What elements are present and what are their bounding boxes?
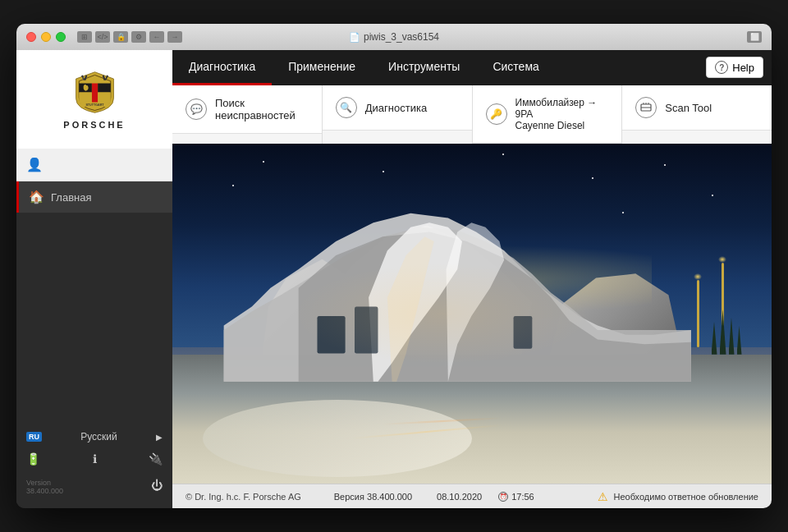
dropdown-item-immobilizer[interactable]: 🔑 Иммобилайзер → 9PA Cayenne Diesel <box>473 85 622 144</box>
help-question-icon: ? <box>715 61 728 74</box>
application-window: ⊞ </> 🔒 ⚙ ← → 📄 piwis_3_vas6154 ⬜ <box>16 24 772 508</box>
window-controls <box>26 32 66 42</box>
hero-image <box>172 144 772 484</box>
clock-icon: ⏰ <box>498 492 508 502</box>
dropdown-col-system: Scan Tool <box>622 85 772 144</box>
star-1 <box>263 161 264 163</box>
code-icon[interactable]: </> <box>95 31 110 43</box>
info-icon[interactable]: ℹ <box>93 452 97 466</box>
street-light-2 <box>697 280 699 348</box>
date-text: 08.10.2020 <box>437 492 482 502</box>
flag-icon: RU <box>26 432 42 442</box>
sidebar-user-row: 👤 <box>16 149 172 181</box>
right-panel: ? Help Диагностика Применение Инструмент… <box>172 50 772 508</box>
status-bar: © Dr. Ing. h.c. F. Porsche AG Версия 38.… <box>172 484 772 508</box>
roundabout <box>203 400 473 477</box>
svg-rect-0 <box>91 83 97 103</box>
sidebar: STUTTGART PORSCHE 👤 🏠 Главная RU Русский <box>16 50 172 508</box>
search-icon: 🔍 <box>336 97 357 118</box>
title-bar-right: ⬜ <box>747 31 762 43</box>
minimize-button[interactable] <box>41 32 51 42</box>
forward-icon[interactable]: → <box>167 31 182 43</box>
update-notification[interactable]: ⚠ Необходимо ответное обновление <box>598 490 758 503</box>
sidebar-power-row: Version 38.400.000 ⏻ <box>26 470 163 500</box>
sidebar-bottom: RU Русский ▶ 🔋 ℹ 🔌 Version 38.400.000 ⏻ <box>16 418 172 508</box>
menu-item-system[interactable]: Система <box>476 50 555 85</box>
star-7 <box>232 185 234 186</box>
battery-settings-icon[interactable]: 🔌 <box>149 452 163 466</box>
tree-3 <box>729 318 735 355</box>
key-icon: 🔑 <box>486 103 507 125</box>
home-icon: 🏠 <box>29 190 44 204</box>
language-label: Русский <box>80 431 117 443</box>
menu-bar: Диагностика Применение Инструменты Систе… <box>172 50 772 85</box>
logo-area: STUTTGART PORSCHE <box>16 50 172 149</box>
window-title: 📄 piwis_3_vas6154 <box>349 31 439 43</box>
grid-icon[interactable]: ⊞ <box>77 31 92 43</box>
star-5 <box>664 164 666 166</box>
svg-text:STUTTGART: STUTTGART <box>85 103 104 107</box>
menu-item-tools[interactable]: Инструменты <box>372 50 476 85</box>
arrow-icon: ▶ <box>156 433 163 442</box>
star-2 <box>383 171 384 172</box>
hero-area <box>172 144 772 484</box>
lock-icon[interactable]: 🔒 <box>113 31 128 43</box>
version-text: Версия 38.400.000 <box>334 492 412 502</box>
sidebar-navigation: 🏠 Главная <box>16 181 172 418</box>
menu-item-diagnostics[interactable]: Диагностика <box>172 50 272 85</box>
window-icon[interactable]: ⬜ <box>747 31 762 43</box>
back-icon[interactable]: ← <box>149 31 164 43</box>
dropdown-item-fault-search[interactable]: 💬 Поиск неисправностей <box>172 85 322 134</box>
dropdown-menu: 💬 Поиск неисправностей 🔍 Диагностика 🔑 <box>172 85 772 144</box>
sidebar-item-home[interactable]: 🏠 Главная <box>16 181 172 213</box>
menu-item-application[interactable]: Применение <box>272 50 372 85</box>
time-display: ⏰ 17:56 <box>498 492 534 502</box>
tree-1 <box>712 322 717 355</box>
help-button[interactable]: ? Help <box>706 57 763 78</box>
dropdown-item-scan-tool[interactable]: Scan Tool <box>622 85 772 131</box>
dropdown-col-tools: 🔑 Иммобилайзер → 9PA Cayenne Diesel <box>473 85 623 144</box>
app-body: STUTTGART PORSCHE 👤 🏠 Главная RU Русский <box>16 50 772 508</box>
dropdown-col-application: 🔍 Диагностика <box>323 85 473 144</box>
svg-rect-3 <box>79 92 92 103</box>
tree-group <box>712 310 742 355</box>
porsche-crest-icon: STUTTGART <box>72 70 117 115</box>
svg-rect-4 <box>98 92 111 103</box>
warning-icon: ⚠ <box>598 490 608 503</box>
toolbar-icons: ⊞ </> 🔒 ⚙ ← → <box>77 31 182 43</box>
user-icon: 👤 <box>26 157 43 172</box>
scan-icon <box>635 97 657 118</box>
power-icon[interactable]: ⏻ <box>151 479 163 492</box>
close-button[interactable] <box>26 32 36 42</box>
language-selector[interactable]: RU Русский ▶ <box>26 426 163 447</box>
tree-4 <box>737 326 742 355</box>
title-bar: ⊞ </> 🔒 ⚙ ← → 📄 piwis_3_vas6154 ⬜ <box>16 24 772 50</box>
dropdown-item-diagnostics-app[interactable]: 🔍 Диагностика <box>323 85 472 131</box>
version-text: Version 38.400.000 <box>26 475 63 495</box>
battery-icon[interactable]: 🔋 <box>26 452 40 466</box>
porsche-brand-name: PORSCHE <box>63 120 125 130</box>
maximize-button[interactable] <box>56 32 66 42</box>
sidebar-bottom-icons: 🔋 ℹ 🔌 <box>26 447 163 470</box>
ambient-glow <box>292 263 592 365</box>
copyright-text: © Dr. Ing. h.c. F. Porsche AG <box>186 492 301 502</box>
tree-2 <box>720 310 726 355</box>
dropdown-col-diagnostics: 💬 Поиск неисправностей <box>172 85 323 144</box>
hero-scene <box>172 144 772 484</box>
chat-icon: 💬 <box>186 99 207 120</box>
settings-icon[interactable]: ⚙ <box>131 31 146 43</box>
